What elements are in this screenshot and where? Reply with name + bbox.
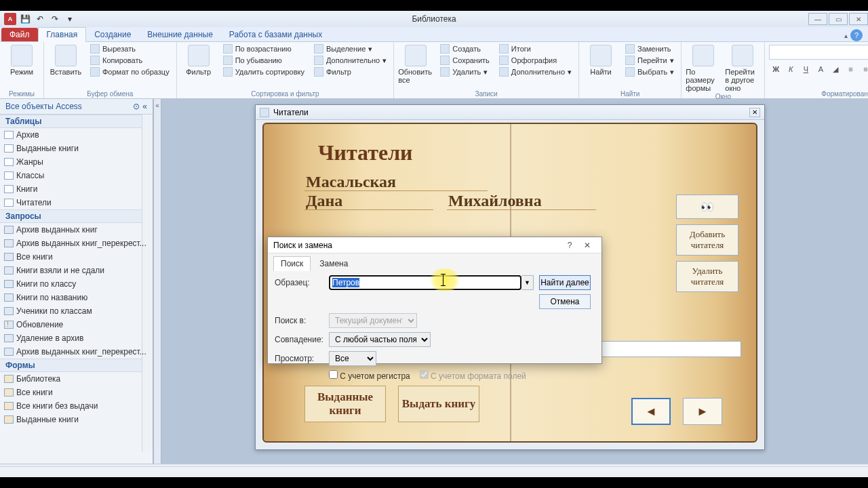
middlename-field[interactable]: Михайловна [448,192,542,210]
nav-item[interactable]: Все книги [0,250,153,264]
issue-book-button[interactable]: Выдать книгу [398,386,479,422]
sort-desc-button[interactable]: По убыванию [220,55,307,66]
dialog-tab-find[interactable]: Поиск [273,256,311,271]
find-next-button[interactable]: Найти далее [539,275,591,290]
view-mode-button[interactable]: Режим [4,43,39,89]
bold-icon[interactable]: Ж [769,62,783,76]
next-record-button[interactable]: ► [683,398,722,425]
nav-item[interactable]: Архив [0,128,153,142]
qat-save-icon[interactable]: 💾 [19,13,31,25]
save-record-button[interactable]: Сохранить [437,55,492,66]
prev-record-button[interactable]: ◄ [631,398,671,425]
issued-books-button[interactable]: Выданные книги [304,386,386,422]
nav-group-Запросы[interactable]: Запросы⌃ [0,209,153,223]
lookin-select[interactable]: Текущий документ [329,313,417,328]
copy-button[interactable]: Копировать [87,55,172,66]
font-family-select[interactable] [769,45,868,60]
nav-item[interactable]: Книги по названию [0,291,153,304]
underline-icon[interactable]: Ч [799,62,812,76]
replace-button[interactable]: Заменить [623,43,677,54]
qat-undo-icon[interactable]: ↶ [34,13,46,25]
nav-item[interactable]: Выданные книги [0,413,153,426]
app-icon[interactable]: A [4,13,16,25]
nav-item[interactable]: Книги взяли и не сдали [0,264,153,277]
nav-dropdown-icon[interactable]: ⊙ [133,102,140,111]
match-case-checkbox[interactable]: С учетом регистра [329,370,410,381]
italic-icon[interactable]: К [784,62,797,76]
nav-item[interactable]: Архив выданных книг_перекрест... [0,237,153,250]
nav-item[interactable]: Библиотека [0,372,153,386]
goto-button[interactable]: Перейти ▾ [623,55,677,66]
clear-sort-button[interactable]: Удалить сортировку [220,66,307,77]
nav-item[interactable]: Выданные книги [0,142,153,155]
totals-button[interactable]: Итоги [496,43,574,54]
fit-form-button[interactable]: По размеру формы [686,43,721,92]
nav-item[interactable]: Книги по классу [0,277,153,291]
delete-record-button[interactable]: Удалить ▾ [437,66,492,77]
format-painter-button[interactable]: Формат по образцу [87,66,172,77]
nav-item[interactable]: Классы [0,169,153,182]
tab-external[interactable]: Внешние данные [139,28,221,41]
firstname-field[interactable]: Дана [306,192,342,210]
nav-group-Таблицы[interactable]: Таблицы⌃ [0,115,153,128]
cut-button[interactable]: Вырезать [87,43,172,54]
tab-create[interactable]: Создание [86,28,139,41]
select-button[interactable]: Выбрать ▾ [623,66,677,77]
switch-window-button[interactable]: Перейти в другое окно [725,43,760,92]
search-reader-button[interactable]: 👀 [676,195,738,219]
nav-item[interactable]: Читатели [0,196,153,209]
nav-item[interactable]: Книги [0,182,153,196]
dialog-help-button[interactable]: ? [561,239,578,252]
tab-dbtools[interactable]: Работа с базами данных [221,28,330,41]
match-select[interactable]: С любой частью поля [329,332,431,347]
qat-customize-icon[interactable]: ▾ [64,13,76,25]
nav-search-icon[interactable]: « [142,102,147,111]
advanced-filter-button[interactable]: Дополнительно ▾ [311,55,389,66]
nav-item[interactable]: Обновление [0,318,153,331]
nav-scrollbar-h[interactable] [0,466,868,477]
tab-home[interactable]: Главная [38,27,87,42]
form-close-button[interactable]: ✕ [749,108,760,117]
add-reader-button[interactable]: Добавить читателя [676,224,738,256]
records-more-button[interactable]: Дополнительно ▾ [496,66,574,77]
ribbon-minimize-icon[interactable]: ▴ [844,32,848,39]
toggle-filter-button[interactable]: Фильтр [311,66,389,77]
cancel-button[interactable]: Отмена [539,294,591,309]
find-button[interactable]: Найти [583,43,618,89]
search-direction-select[interactable]: Все [329,351,376,366]
sample-dropdown-icon[interactable]: ▼ [521,275,534,290]
dialog-close-button[interactable]: ✕ [578,239,596,252]
nav-item[interactable]: Все книги без выдачи [0,399,153,413]
delete-reader-button[interactable]: Удалить читателя [676,261,738,292]
dialog-tab-replace[interactable]: Замена [312,256,355,271]
nav-header[interactable]: Все объекты Access ⊙« [0,99,153,115]
align-center-icon[interactable]: ≡ [859,62,868,76]
nav-group-Формы[interactable]: Формы⌃ [0,359,153,372]
nav-item[interactable]: Архив выданных книг_перекрест... [0,345,153,359]
new-record-button[interactable]: Создать [437,43,492,54]
close-button[interactable]: ✕ [849,13,868,25]
font-color-icon[interactable]: A [814,62,827,76]
minimize-button[interactable]: — [808,13,827,25]
selection-filter-button[interactable]: Выделение ▾ [311,43,389,54]
sort-asc-button[interactable]: По возрастанию [220,43,307,54]
nav-item[interactable]: Все книги [0,386,153,399]
spelling-button[interactable]: Орфография [496,55,574,66]
align-left-icon[interactable]: ≡ [844,62,857,76]
nav-item[interactable]: Жанры [0,155,153,169]
nav-item[interactable]: Ученики по классам [0,304,153,318]
lastname-field[interactable]: Масальская [306,173,396,191]
nav-item[interactable]: Удаление в архив [0,331,153,345]
paste-button[interactable]: Вставить [48,43,83,89]
fill-color-icon[interactable]: ◢ [829,62,842,76]
help-icon[interactable]: ? [850,29,863,41]
nav-collapse-button[interactable]: « [153,99,161,464]
tab-file[interactable]: Файл [1,28,38,41]
qat-redo-icon[interactable]: ↷ [49,13,61,25]
nav-item[interactable]: Архив выданных книг [0,223,153,237]
refresh-all-button[interactable]: Обновить все [398,43,433,89]
match-format-checkbox[interactable]: С учетом формата полей [420,370,526,381]
maximize-button[interactable]: ▭ [829,13,848,25]
sample-input[interactable] [329,275,521,290]
filter-button[interactable]: Фильтр [181,43,216,89]
